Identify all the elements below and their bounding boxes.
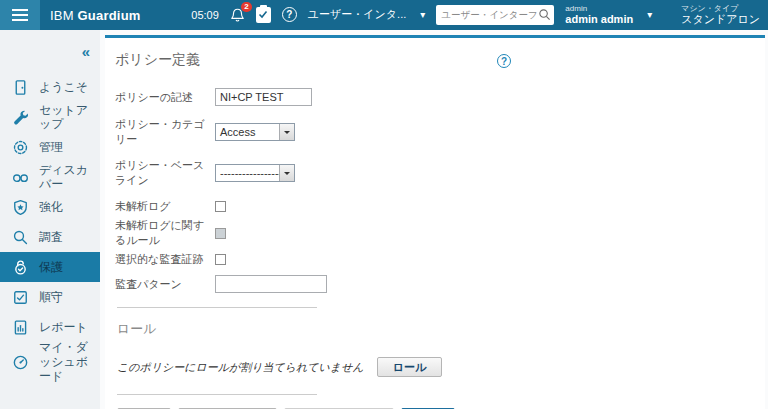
policy-definition-panel: ポリシー定義 ? ポリシーの記述 ポリシー・カテゴリー Access ポリシー・…	[105, 35, 765, 409]
selective-audit-checkbox[interactable]	[215, 254, 226, 265]
clock-time: 05:09	[191, 9, 219, 21]
help-icon[interactable]: ?	[282, 7, 297, 22]
machine-type-value: スタンドアロン	[681, 13, 760, 26]
report-icon	[12, 319, 29, 336]
roles-empty-message: このポリシーにロールが割り当てられていません	[117, 360, 364, 375]
unparsed-log-label: 未解析ログ	[115, 199, 215, 214]
policy-baseline-select[interactable]: ------------------	[215, 164, 295, 182]
policy-category-label: ポリシー・カテゴリー	[115, 117, 215, 147]
shield-icon	[12, 199, 29, 216]
top-bar: IBM Guardium 05:09 2 ? ユーザー・インタ... ▾ adm…	[0, 0, 768, 30]
unparsed-log-checkbox[interactable]	[215, 201, 226, 212]
sidebar-item-reports[interactable]: レポート	[0, 312, 100, 342]
selective-audit-label: 選択的な監査証跡	[115, 252, 215, 267]
user-role-label: admin	[565, 4, 633, 13]
content-area: ポリシー定義 ? ポリシーの記述 ポリシー・カテゴリー Access ポリシー・…	[100, 30, 768, 409]
policy-baseline-label: ポリシー・ベースライン	[115, 158, 215, 188]
app-logo: IBM Guardium	[50, 8, 141, 23]
chevron-down-icon: ▾	[647, 10, 652, 20]
select-arrow-icon	[279, 124, 294, 140]
roles-section-heading: ロール	[117, 320, 765, 338]
panel-help-icon[interactable]: ?	[497, 54, 511, 68]
tasks-clipboard-icon[interactable]	[256, 7, 271, 23]
hamburger-menu-button[interactable]	[0, 0, 40, 30]
wrench-icon	[12, 109, 29, 126]
select-arrow-icon	[279, 165, 294, 181]
policy-description-input[interactable]	[215, 88, 312, 106]
policy-form: ポリシーの記述 ポリシー・カテゴリー Access ポリシー・ベースライン --…	[115, 88, 765, 293]
sidebar-item-harden[interactable]: 強化	[0, 192, 100, 222]
user-menu[interactable]: admin admin admin ▾	[565, 4, 652, 26]
binoculars-icon	[12, 169, 29, 186]
sidebar-item-setup[interactable]: セットアップ	[0, 102, 100, 132]
chevron-down-icon: ▾	[420, 10, 425, 20]
unparsed-log-rule-checkbox	[215, 228, 226, 239]
machine-type-label: マシン・タイプ	[681, 4, 760, 13]
audit-pattern-input[interactable]	[215, 275, 327, 293]
magnifier-icon	[12, 229, 29, 246]
gear-icon	[12, 139, 29, 156]
search-icon[interactable]	[538, 8, 551, 21]
door-icon	[12, 79, 29, 96]
search-input[interactable]	[441, 9, 538, 20]
roles-button[interactable]: ロール	[377, 357, 443, 377]
ui-section-dropdown[interactable]: ユーザー・インタ... ▾	[308, 7, 426, 22]
unparsed-log-rule-label: 未解析ログに関するルール	[115, 218, 215, 248]
dashboard-icon	[12, 354, 29, 371]
ui-search-box	[436, 5, 554, 25]
section-divider	[117, 307, 317, 308]
sidebar-item-my-dashboards[interactable]: マイ・ダッシュボード	[0, 342, 100, 382]
sidebar: « ようこそ セットアップ 管理 ディスカバー 強化 調査 保護	[0, 30, 100, 409]
page-title: ポリシー定義	[115, 51, 765, 69]
section-divider	[117, 394, 317, 395]
policy-description-label: ポリシーの記述	[115, 90, 215, 105]
sidebar-item-welcome[interactable]: ようこそ	[0, 72, 100, 102]
sidebar-item-comply[interactable]: 順守	[0, 282, 100, 312]
notifications-bell-icon[interactable]: 2	[230, 7, 245, 23]
lock-icon	[12, 259, 29, 276]
policy-category-select[interactable]: Access	[215, 123, 295, 141]
user-name: admin admin	[565, 13, 633, 26]
checklist-icon	[12, 289, 29, 306]
sidebar-collapse-button[interactable]: «	[82, 44, 90, 59]
sidebar-item-discover[interactable]: ディスカバー	[0, 162, 100, 192]
sidebar-item-investigate[interactable]: 調査	[0, 222, 100, 252]
sidebar-item-manage[interactable]: 管理	[0, 132, 100, 162]
audit-pattern-label: 監査パターン	[115, 277, 215, 292]
sidebar-item-protect[interactable]: 保護	[0, 252, 100, 282]
notification-count-badge: 2	[241, 2, 251, 12]
machine-type-block: マシン・タイプ スタンドアロン	[681, 4, 760, 26]
